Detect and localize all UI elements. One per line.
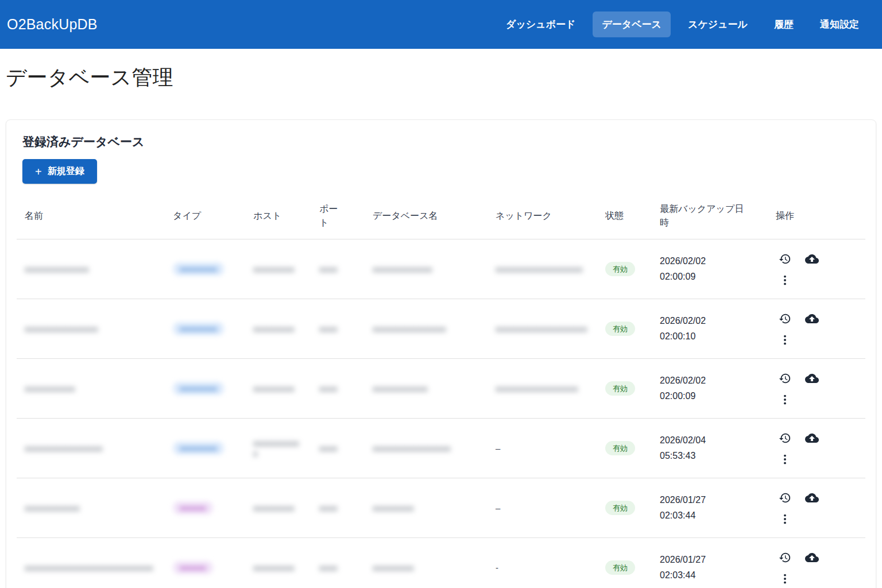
header-type: タイプ xyxy=(165,194,245,239)
more-button[interactable] xyxy=(776,570,794,588)
status-badge: 有効 xyxy=(605,322,635,336)
app-title: O2BackUpDB xyxy=(7,16,98,33)
cloud-upload-icon xyxy=(805,372,819,385)
backup-time: 02:00:10 xyxy=(660,329,760,344)
db-port-text: xxxx xyxy=(319,443,338,453)
new-registration-button[interactable]: + 新規登録 xyxy=(22,159,97,184)
more-vert-icon xyxy=(779,274,791,287)
more-vert-icon xyxy=(779,334,791,346)
row-actions xyxy=(776,488,822,528)
db-port-text: xxxx xyxy=(319,324,338,334)
db-name-text: xxxxxxxxxxxxxxxxxxxxxxxxxxxx xyxy=(25,563,153,572)
panel-heading: 登録済みデータベース xyxy=(22,134,865,150)
more-button[interactable] xyxy=(776,331,794,349)
restore-icon xyxy=(779,253,791,265)
more-vert-icon xyxy=(779,393,791,406)
plus-icon: + xyxy=(35,166,42,177)
restore-button[interactable] xyxy=(776,310,794,328)
nav-tab-schedule[interactable]: スケジュール xyxy=(679,11,757,37)
db-database-name-text: xxxxxxxxx xyxy=(373,563,414,572)
db-name-text: xxxxxxxxxxxxxxxxx xyxy=(25,443,103,453)
db-type-chip: xxxxxxxxxx xyxy=(173,442,224,455)
db-type-chip: xxxxxxxxxx xyxy=(173,262,224,276)
backup-now-button[interactable] xyxy=(802,369,822,388)
row-actions xyxy=(776,428,822,469)
more-vert-icon xyxy=(779,453,791,466)
db-port-text: xxxx xyxy=(319,384,338,393)
databases-table: 名前 タイプ ホスト ポート データベース名 ネットワーク 状態 最新バックアッ… xyxy=(17,194,865,588)
nav-tab-databases[interactable]: データベース xyxy=(593,11,671,37)
restore-button[interactable] xyxy=(776,489,794,507)
status-badge: 有効 xyxy=(605,501,635,515)
nav-tab-dashboard[interactable]: ダッシュボード xyxy=(497,11,585,37)
db-host-text: xxxxxxxxx xyxy=(253,384,295,393)
restore-button[interactable] xyxy=(776,548,794,567)
db-network-text: xxxxxxxxxxxxxxxxxxxx xyxy=(496,324,587,334)
appbar: O2BackUpDB ダッシュボード データベース スケジュール 履歴 通知設定 xyxy=(0,0,882,49)
backup-time: 05:53:43 xyxy=(660,448,760,463)
restore-button[interactable] xyxy=(776,369,794,388)
more-button[interactable] xyxy=(776,450,794,469)
header-network: ネットワーク xyxy=(488,194,597,239)
nav-tab-history[interactable]: 履歴 xyxy=(765,11,803,37)
status-badge: 有効 xyxy=(605,262,635,276)
db-network-text: xxxxxxxxxxxxxxxxxx xyxy=(496,384,578,393)
more-button[interactable] xyxy=(776,271,794,289)
cloud-upload-icon xyxy=(805,431,819,445)
restore-icon xyxy=(779,432,791,444)
backup-date: 2026/01/27 xyxy=(660,493,760,508)
backup-now-button[interactable] xyxy=(802,548,822,567)
backup-now-button[interactable] xyxy=(802,488,822,508)
header-port: ポート xyxy=(311,194,365,239)
backup-now-button[interactable] xyxy=(802,249,822,269)
status-badge: 有効 xyxy=(605,560,635,575)
new-registration-label: 新規登録 xyxy=(48,165,84,177)
db-type-chip: xxxxxxx xyxy=(173,561,213,574)
table-row: xxxxxxxxxxxxxx xxxxxxxxxx xxxxxxxxx xxxx… xyxy=(17,239,865,299)
backup-time: 02:00:09 xyxy=(660,269,760,284)
db-host-text: xxxxxxxxx xyxy=(253,563,295,572)
more-vert-icon xyxy=(779,513,791,525)
table-row: xxxxxxxxxxxxxxxx xxxxxxxxxx xxxxxxxxx xx… xyxy=(17,299,865,359)
header-name: 名前 xyxy=(17,194,165,239)
row-actions xyxy=(776,369,822,409)
backup-now-button[interactable] xyxy=(802,428,822,448)
db-name-text: xxxxxxxxxxx xyxy=(25,384,75,393)
restore-button[interactable] xyxy=(776,250,794,268)
db-port-text: xxxx xyxy=(319,503,338,513)
db-database-name-text: xxxxxxxxxxxxx xyxy=(373,264,432,274)
nav-tab-notifications[interactable]: 通知設定 xyxy=(811,11,868,37)
db-name-text: xxxxxxxxxxxx xyxy=(25,503,80,513)
more-button[interactable] xyxy=(776,390,794,409)
db-database-name-text: xxxxxxxxxxxx xyxy=(373,384,428,393)
backup-time: 02:00:09 xyxy=(660,389,760,404)
db-port-text: xxxx xyxy=(319,563,338,572)
status-badge: 有効 xyxy=(605,381,635,396)
row-actions xyxy=(776,548,822,588)
row-actions xyxy=(776,309,822,349)
db-network-text: – xyxy=(496,443,501,453)
restore-icon xyxy=(779,551,791,564)
db-type-chip: xxxxxxxxxx xyxy=(173,322,224,335)
backup-date: 2026/02/02 xyxy=(660,314,760,328)
backup-time: 02:03:44 xyxy=(660,508,760,523)
header-actions: 操作 xyxy=(768,194,865,239)
db-host-text: xxxxxxxxxxx xyxy=(253,438,299,458)
table-row: xxxxxxxxxxxxxxxxxxxxxxxxxxxx xxxxxxx xxx… xyxy=(17,538,865,588)
cloud-upload-icon xyxy=(805,252,819,266)
header-database-name: データベース名 xyxy=(365,194,488,239)
table-header: 名前 タイプ ホスト ポート データベース名 ネットワーク 状態 最新バックアッ… xyxy=(17,194,865,239)
db-type-chip: xxxxxxx xyxy=(173,501,213,514)
header-latest-backup: 最新バックアップ日時 xyxy=(652,194,768,239)
backup-date: 2026/02/04 xyxy=(660,433,760,448)
more-vert-icon xyxy=(779,572,791,585)
restore-button[interactable] xyxy=(776,429,794,447)
backup-now-button[interactable] xyxy=(802,309,822,328)
cloud-upload-icon xyxy=(805,491,819,505)
restore-icon xyxy=(779,492,791,504)
more-button[interactable] xyxy=(776,510,794,528)
table-row: xxxxxxxxxxx xxxxxxxxxx xxxxxxxxx xxxx xx… xyxy=(17,359,865,419)
header-host: ホスト xyxy=(245,194,311,239)
db-network-text: xxxxxxxxxxxxxxxxxxx xyxy=(496,264,583,274)
db-name-text: xxxxxxxxxxxxxx xyxy=(25,264,89,274)
